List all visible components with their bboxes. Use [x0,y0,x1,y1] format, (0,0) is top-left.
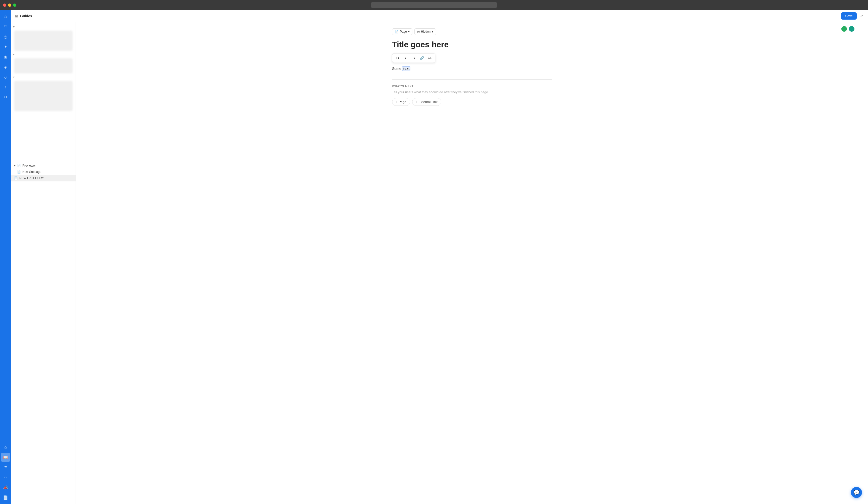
page-link-button[interactable]: + Page [392,98,410,106]
share-icon[interactable]: ↗ [859,12,864,19]
page-btn-label: Page [400,30,407,33]
editor-content: 📄 Page ▾ ◎ Hidden ▾ ⋮ Title goes here [384,22,560,112]
italic-button[interactable]: I [402,54,410,62]
avatar-green [841,25,847,32]
text-content[interactable]: Some text [392,66,552,71]
external-link-button[interactable]: + External Link [412,98,441,106]
panel-section-2: ▾ [11,52,75,73]
sidebar-item-home[interactable]: ⌂ [1,12,10,21]
sidebar-item-tag[interactable]: ◇ [1,72,10,81]
sidebar-item-book[interactable]: 📖 [1,453,10,462]
panel-blurred-3 [14,81,73,111]
titlebar [0,0,868,10]
text-highlighted: text [402,66,410,71]
header: ⊞ Guides Save ↗ [11,10,868,22]
sidebar-item-file[interactable]: 📄 [1,493,10,502]
sidebar-item-eye[interactable]: ◉ [1,52,10,61]
url-bar[interactable] [371,2,497,8]
sidebar-item-recycle[interactable]: ↺ [1,92,10,102]
previewer-row[interactable]: ▾ 📄 Previewer [11,162,75,169]
panel-blurred-2 [14,58,73,73]
app: ⌂ ♡ ◷ ✦ ◉ ◈ ◇ ↑ ↺ ⌂ 📖 ⚗ <> 📣 📄 ⊞ Guides … [0,10,868,504]
file-icon: 📄 [17,164,21,167]
page-icon: 📄 [395,30,399,33]
hidden-btn-label: Hidden [421,30,431,33]
section-divider [392,79,552,80]
panel-chevron-2[interactable]: ▾ [11,52,75,57]
new-subpage-label: New Subpage [22,170,41,174]
panel-chevron-1[interactable]: ▾ [11,24,75,30]
main-content: ▾ ▾ ▾ ▾ 📄 Previewer [11,22,868,504]
minimize-dot[interactable] [8,3,11,7]
sidebar-item-gift[interactable]: ◈ [1,62,10,71]
sidebar-item-wrench[interactable]: ✦ [1,42,10,51]
maximize-dot[interactable] [13,3,16,7]
sidebar-item-flask[interactable]: ⚗ [1,463,10,472]
whats-next-buttons: + Page + External Link [392,98,552,106]
sidebar-item-clock[interactable]: ◷ [1,32,10,41]
page-button[interactable]: 📄 Page ▾ [392,28,412,35]
sidebar-item-code[interactable]: <> [1,473,10,482]
strikethrough-button[interactable]: S [410,54,417,62]
previewer-label: Previewer [22,164,36,167]
panel-blurred-1 [14,31,73,51]
more-button[interactable]: ⋮ [438,28,446,35]
text-before: Some [392,66,402,71]
avatar-badges [841,25,855,32]
panel-section-1: ▾ [11,24,75,51]
sidebar-item-rocket[interactable]: ↑ [1,82,10,91]
page-title[interactable]: Title goes here [392,40,552,49]
left-panel: ▾ ▾ ▾ ▾ 📄 Previewer [11,22,76,504]
hidden-button[interactable]: ◎ Hidden ▾ [414,28,436,35]
hidden-chevron-icon: ▾ [432,30,433,33]
bold-button[interactable]: B [394,54,401,62]
sidebar-item-megaphone[interactable]: 📣 [1,483,10,492]
code-button[interactable]: </> [426,54,434,62]
hidden-icon: ◎ [417,30,420,33]
grid-icon: ⊞ [15,14,18,18]
page-chevron-icon: ▾ [408,30,410,33]
whats-next-description: Tell your users what they should do afte… [392,90,552,94]
editor-area: 📄 Page ▾ ◎ Hidden ▾ ⋮ Title goes here [76,22,868,504]
header-title: Guides [20,14,32,18]
sidebar-icons: ⌂ ♡ ◷ ✦ ◉ ◈ ◇ ↑ ↺ ⌂ 📖 ⚗ <> 📣 📄 [0,10,11,504]
chevron-down-icon: ▾ [14,164,16,167]
sidebar-item-heart[interactable]: ♡ [1,22,10,31]
format-toolbar: B I S 🔗 </> [392,53,435,63]
new-category-icon: 📄 [14,176,18,180]
link-button[interactable]: 🔗 [418,54,425,62]
save-button[interactable]: Save [841,12,857,20]
whats-next-heading: WHAT'S NEXT [392,85,552,88]
chat-button[interactable]: 💬 [851,487,862,498]
sidebar-item-home2[interactable]: ⌂ [1,443,10,452]
subpage-file-icon: 📄 [17,170,21,174]
new-category-row[interactable]: 📄 NEW CATEGORY [11,175,75,182]
panel-chevron-3[interactable]: ▾ [11,74,75,80]
close-dot[interactable] [3,3,6,7]
new-subpage-row[interactable]: 📄 New Subpage [11,169,75,175]
panel-section-3: ▾ [11,74,75,111]
window-controls [3,3,16,7]
avatar-teal [848,25,855,32]
new-category-label: NEW CATEGORY [19,176,44,180]
page-controls: 📄 Page ▾ ◎ Hidden ▾ ⋮ [392,28,552,35]
